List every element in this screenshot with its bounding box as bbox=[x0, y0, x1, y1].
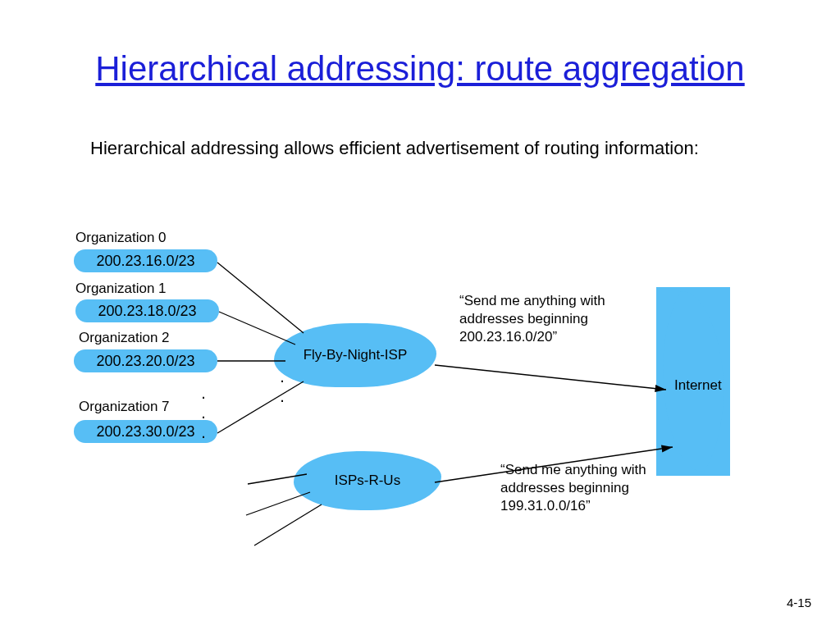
page-number: 4-15 bbox=[787, 596, 811, 609]
org1-label: Organization 1 bbox=[75, 281, 167, 297]
org2-cidr: 200.23.20.0/23 bbox=[74, 349, 217, 372]
isps-r-us-node: ISPs-R-Us bbox=[294, 451, 441, 510]
org0-cidr: 200.23.16.0/23 bbox=[74, 249, 217, 272]
slide-subtitle: Hierarchical addressing allows efficient… bbox=[90, 138, 766, 159]
internet-label: Internet bbox=[674, 377, 722, 394]
org7-label: Organization 7 bbox=[79, 399, 170, 415]
announcement-2: “Send me anything with addresses beginni… bbox=[500, 461, 664, 515]
svg-line-6 bbox=[254, 504, 322, 546]
announcement-1: “Send me anything with addresses beginni… bbox=[459, 292, 623, 346]
svg-line-7 bbox=[435, 365, 666, 390]
org1-cidr: 200.23.18.0/23 bbox=[75, 299, 219, 322]
slide-title: Hierarchical addressing: route aggregati… bbox=[41, 49, 799, 89]
svg-line-5 bbox=[246, 492, 310, 515]
org2-label: Organization 2 bbox=[79, 330, 170, 346]
org0-label: Organization 0 bbox=[75, 230, 167, 246]
org-ellipsis-icon: ··· bbox=[194, 387, 212, 446]
svg-line-1 bbox=[219, 312, 295, 345]
fly-by-night-isp-node: Fly-By-Night-ISP bbox=[274, 323, 436, 387]
svg-line-0 bbox=[217, 262, 304, 333]
